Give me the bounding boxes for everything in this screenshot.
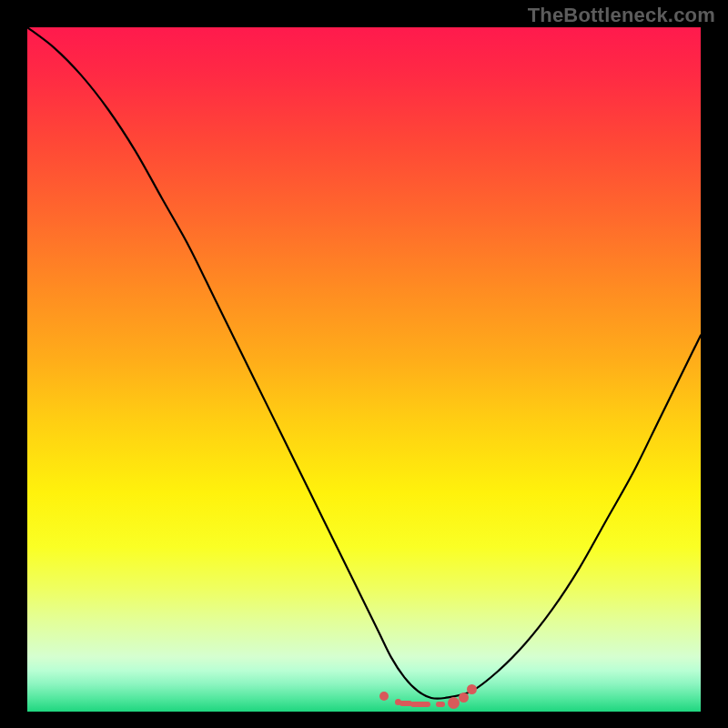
optimal-marker (459, 693, 469, 703)
plot-area (27, 27, 701, 712)
chart-frame: TheBottleneck.com (0, 0, 728, 728)
curve-svg (27, 27, 701, 712)
bottleneck-curve (27, 27, 701, 699)
optimal-marker (448, 697, 460, 709)
optimal-marker (410, 702, 430, 707)
watermark-label: TheBottleneck.com (528, 4, 715, 27)
